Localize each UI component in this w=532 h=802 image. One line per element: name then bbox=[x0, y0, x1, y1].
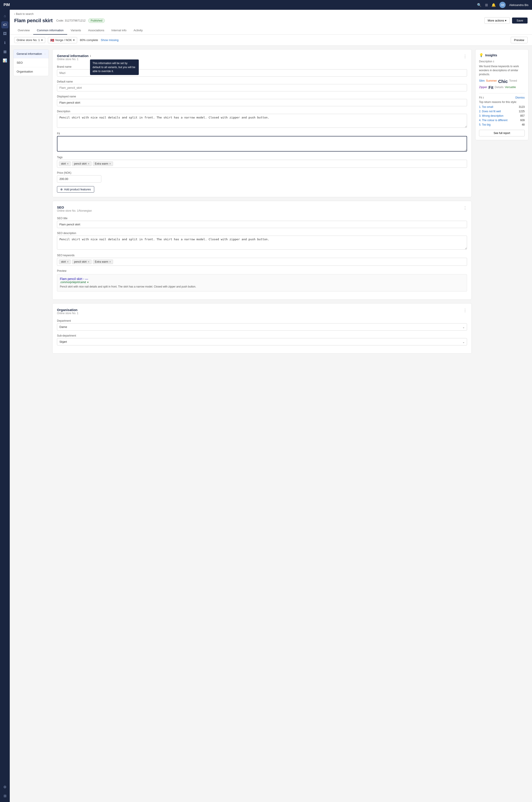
show-missing-link[interactable]: Show missing bbox=[101, 38, 119, 42]
description-field: Description Pencil skirt with nice nail … bbox=[57, 110, 467, 128]
organisation-card-title: Organisation bbox=[57, 308, 78, 312]
app-brand: PIM bbox=[3, 3, 10, 7]
description-textarea[interactable]: Pencil skirt with nice nail details and … bbox=[57, 114, 467, 128]
default-name-input[interactable] bbox=[57, 84, 467, 91]
return-reason-4: 4. The colour is different 609 bbox=[479, 119, 525, 122]
sidebar-item-chart[interactable]: 📊 bbox=[1, 57, 8, 64]
sidebar-item-image[interactable]: 🖼 bbox=[1, 30, 8, 37]
return-reasons-list: 1. Too small 3123 2. Does not fit well 1… bbox=[479, 105, 525, 126]
keyword-slim[interactable]: Slim bbox=[479, 79, 484, 84]
keyword-summer[interactable]: Summer bbox=[486, 79, 497, 84]
sidebar-item-info[interactable]: ℹ bbox=[1, 39, 8, 46]
locale-label: Norge / NOK bbox=[55, 38, 72, 42]
tag-skirt-remove[interactable]: ✕ bbox=[67, 162, 69, 165]
organisation-card: Organisation Online store No. 1 ⋮ Depart… bbox=[52, 303, 472, 354]
tag-extra-warm-remove[interactable]: ✕ bbox=[109, 162, 111, 165]
more-actions-button[interactable]: More actions ▾ bbox=[484, 17, 510, 24]
seo-tag-extra-warm-remove[interactable]: ✕ bbox=[109, 260, 111, 263]
grid-icon[interactable]: ⊞ bbox=[485, 3, 488, 7]
sidebar-item-home[interactable]: ⌂ bbox=[1, 13, 8, 19]
fit-label: Fit bbox=[57, 132, 467, 135]
top-navigation: PIM 🔍 ⊞ 🔔 AB Aleksandra Bis bbox=[0, 0, 532, 10]
fit-info-icon[interactable]: ℹ bbox=[483, 96, 484, 99]
displayed-name-input[interactable] bbox=[57, 99, 467, 106]
price-input[interactable] bbox=[57, 175, 101, 183]
sidebar-item-grid[interactable]: ▦ bbox=[1, 48, 8, 55]
insights-desc-label: Description bbox=[479, 60, 492, 63]
locale-select[interactable]: 🇳🇴 Norge / NOK ▾ bbox=[48, 37, 77, 43]
keyword-fit[interactable]: Fit bbox=[489, 86, 493, 90]
seo-preview-label: Preview bbox=[57, 269, 467, 272]
preview-button[interactable]: Preview bbox=[511, 37, 528, 43]
page-title: Flam pencil skirt bbox=[14, 18, 53, 23]
see-full-report-button[interactable]: See full report bbox=[479, 130, 525, 136]
tags-container[interactable]: skirt ✕ pencil skirt ✕ Extra warm ✕ bbox=[57, 160, 467, 168]
left-nav-item-general[interactable]: General information › bbox=[14, 50, 49, 58]
chevron-down-icon: ▾ bbox=[505, 19, 507, 22]
keywords-container: Slim Summer Chic Toned Zipper Fit Detail… bbox=[479, 79, 525, 90]
left-nav-item-seo[interactable]: SEO bbox=[14, 58, 49, 67]
more-actions-label: More actions bbox=[488, 19, 504, 22]
seo-preview-title[interactable]: Flam pencil skirt - ― bbox=[60, 277, 464, 281]
subdepartment-select[interactable]: Skjørt bbox=[57, 338, 467, 345]
left-nav: General information › SEO Organisation bbox=[13, 49, 49, 76]
add-features-button[interactable]: ⊕ Add product features bbox=[57, 186, 94, 193]
tooltip-box: This information will be set by default … bbox=[90, 59, 139, 75]
back-link[interactable]: ‹ Back to search bbox=[14, 13, 528, 16]
return-reason-3: 3. Wrong description 857 bbox=[479, 114, 525, 117]
left-nav-item-organisation[interactable]: Organisation bbox=[14, 67, 49, 76]
seo-card-subtitle: Online store No. 1/Norwegian bbox=[57, 209, 92, 212]
left-nav-label-general: General information bbox=[17, 52, 42, 55]
tags-field: Tags skirt ✕ pencil skirt ✕ Extr bbox=[57, 156, 467, 168]
search-icon[interactable]: 🔍 bbox=[477, 3, 481, 7]
keyword-chic[interactable]: Chic bbox=[498, 79, 508, 84]
seo-tag-skirt-remove[interactable]: ✕ bbox=[67, 260, 69, 263]
tab-associations[interactable]: Associations bbox=[85, 26, 108, 35]
avatar[interactable]: AB bbox=[499, 2, 506, 8]
keyword-versatile[interactable]: Versatile bbox=[505, 86, 516, 90]
bell-icon[interactable]: 🔔 bbox=[491, 3, 496, 7]
tab-common-information[interactable]: Common information bbox=[33, 26, 67, 35]
tab-internal-info[interactable]: Internal info bbox=[108, 26, 130, 35]
tab-activity[interactable]: Activity bbox=[130, 26, 146, 35]
general-information-card: General information ℹ This information w… bbox=[52, 49, 472, 197]
tag-pencil-skirt: pencil skirt ✕ bbox=[72, 162, 92, 166]
organisation-card-menu-icon[interactable]: ⋮ bbox=[463, 308, 467, 313]
keyword-zipper[interactable]: Zipper bbox=[479, 86, 487, 90]
keyword-toned[interactable]: Toned bbox=[509, 79, 517, 84]
tab-variants[interactable]: Variants bbox=[67, 26, 85, 35]
organisation-card-subtitle: Online store No. 1 bbox=[57, 312, 78, 315]
tag-pencil-skirt-remove[interactable]: ✕ bbox=[88, 162, 90, 165]
seo-card-menu-icon[interactable]: ⋮ bbox=[463, 205, 467, 210]
seo-tag-pencil-skirt-remove[interactable]: ✕ bbox=[88, 260, 90, 263]
subdepartment-field: Sub-department Skjørt bbox=[57, 334, 467, 345]
username: Aleksandra Bis bbox=[509, 3, 529, 7]
sidebar-item-settings[interactable]: ⚙ bbox=[1, 783, 8, 790]
general-info-title: General information bbox=[57, 54, 89, 58]
general-info-subtitle: Online store No. 1 bbox=[57, 58, 91, 61]
sidebar-item-apps[interactable]: ⊞ bbox=[1, 792, 8, 799]
default-name-label: Default name bbox=[57, 80, 467, 83]
insights-description: We found these keywords to work wonders … bbox=[479, 64, 525, 76]
dismiss-link[interactable]: Dismiss bbox=[515, 96, 525, 99]
keyword-details[interactable]: Details bbox=[495, 86, 504, 90]
seo-keywords-field: SEO keywords skirt ✕ pencil skirt ✕ bbox=[57, 254, 467, 266]
sidebar-item-tag[interactable]: 🏷 bbox=[1, 21, 8, 29]
return-reason-1: 1. Too small 3123 bbox=[479, 105, 525, 109]
department-select[interactable]: Dame bbox=[57, 323, 467, 331]
plus-circle-icon: ⊕ bbox=[60, 188, 63, 191]
insights-info-icon[interactable]: ℹ bbox=[493, 60, 494, 63]
seo-title-input[interactable] bbox=[57, 221, 467, 228]
seo-tag-extra-warm: Extra warm ✕ bbox=[93, 259, 113, 264]
tab-overview[interactable]: Overview bbox=[14, 26, 33, 35]
seo-keywords-container[interactable]: skirt ✕ pencil skirt ✕ Extra warm ✕ bbox=[57, 258, 467, 266]
info-icon[interactable]: ℹ bbox=[90, 55, 91, 57]
save-button[interactable]: Save bbox=[512, 18, 528, 23]
card-menu-icon[interactable]: ⋮ bbox=[463, 54, 467, 59]
return-reason-5: 5. Too big 48 bbox=[479, 123, 525, 126]
department-field: Department Dame bbox=[57, 319, 467, 331]
seo-description-textarea[interactable]: Pencil skirt with nice nail details and … bbox=[57, 236, 467, 250]
store-select[interactable]: Online store No. 1 ▾ bbox=[14, 37, 45, 43]
default-name-field: Default name bbox=[57, 80, 467, 91]
fit-textarea[interactable] bbox=[57, 136, 467, 151]
